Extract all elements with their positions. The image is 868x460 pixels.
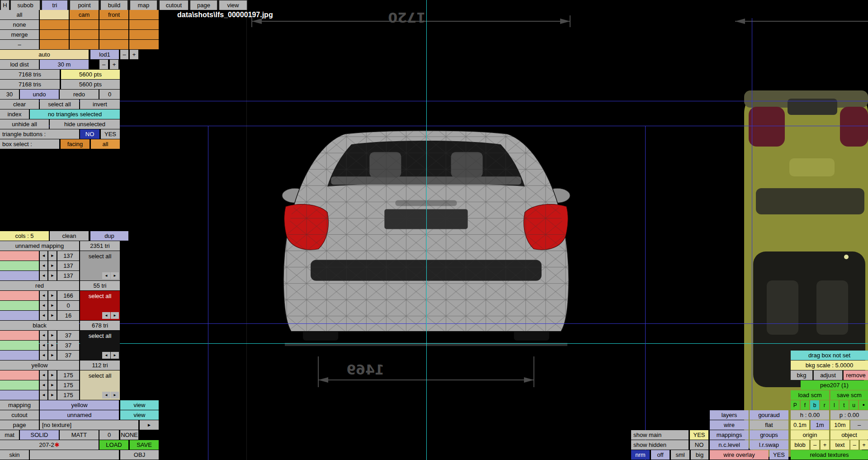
text-button[interactable]: text (830, 440, 849, 450)
step-next-button[interactable]: ► (48, 311, 57, 320)
step-prev-button[interactable]: ◄ (40, 390, 47, 400)
cam-button[interactable]: cam (70, 10, 99, 19)
lod-button[interactable]: lod1 (90, 50, 119, 59)
blob-minus-button[interactable]: – (811, 440, 819, 450)
step-next-button[interactable]: ► (48, 291, 57, 300)
dash-button[interactable]: – (0, 40, 39, 49)
view-axis-button-p[interactable]: P (791, 400, 800, 410)
viewport[interactable]: 1720 1469 H subob tri (0, 0, 868, 460)
step-next-button[interactable]: ► (48, 261, 57, 270)
lod-plus-button[interactable]: + (130, 50, 138, 59)
view-axis-button-b[interactable]: b (810, 400, 819, 410)
view-axis-button-f[interactable]: f (801, 400, 810, 410)
step-prev-button[interactable]: ◄ (40, 261, 47, 270)
step-prev-button[interactable]: ◄ (40, 291, 47, 300)
step-prev-button[interactable]: ◄ (40, 301, 47, 310)
grid-cell[interactable] (99, 40, 128, 49)
block-next-button[interactable]: ► (111, 312, 119, 319)
blob-button[interactable]: blob (791, 440, 809, 450)
mapping-group-name[interactable]: black (0, 321, 79, 330)
color-swatch[interactable] (0, 380, 39, 390)
all-button[interactable]: all (0, 10, 39, 19)
grid-cell[interactable] (129, 20, 159, 29)
merge-button[interactable]: merge (0, 30, 39, 39)
grid-cell[interactable] (40, 20, 69, 29)
block-prev-button[interactable]: ◄ (102, 312, 110, 319)
block-next-button[interactable]: ► (111, 352, 119, 359)
mappings-button[interactable]: mappings (710, 430, 749, 440)
page-texture-value[interactable]: [no texture] (40, 420, 138, 430)
menu-item-map[interactable]: map (130, 0, 157, 10)
unhide-all-button[interactable]: unhide all (0, 119, 49, 129)
blob-plus-button[interactable]: + (821, 440, 829, 450)
skin-button[interactable]: skin (0, 450, 29, 460)
show-main-toggle[interactable]: YES (690, 430, 708, 440)
triangle-buttons-no[interactable]: NO (80, 129, 99, 139)
nrm-sml-button[interactable]: sml (671, 450, 689, 460)
grid-cell[interactable] (70, 30, 99, 39)
menu-item-build[interactable]: build (101, 0, 127, 10)
step-prev-button[interactable]: ◄ (40, 351, 47, 360)
lod-dist-minus-button[interactable]: – (99, 60, 108, 69)
origin-button[interactable]: origin (791, 430, 829, 440)
load-button[interactable]: LOAD (99, 440, 128, 450)
grid-cell[interactable] (99, 20, 128, 29)
grid-cell[interactable] (70, 20, 99, 29)
wire-overlay-toggle[interactable]: YES (769, 450, 788, 460)
save-scm-button[interactable]: save scm (830, 390, 868, 400)
lod-minus-button[interactable]: – (120, 50, 128, 59)
color-swatch[interactable] (0, 271, 39, 280)
step-prev-button[interactable]: ◄ (40, 331, 47, 340)
mapping-group-name[interactable]: unnamed mapping (0, 241, 79, 251)
step-next-button[interactable]: ► (48, 370, 57, 380)
color-swatch[interactable] (0, 341, 39, 350)
block-prev-button[interactable]: ◄ (102, 272, 110, 279)
step-prev-button[interactable]: ◄ (40, 341, 47, 350)
grid-cell[interactable] (129, 40, 159, 49)
menu-item-page[interactable]: page (190, 0, 217, 10)
none-button[interactable]: none (0, 20, 39, 29)
menu-item-subob[interactable]: subob (11, 0, 40, 10)
mapping-group-name[interactable]: yellow (0, 360, 79, 370)
redo-button[interactable]: redo (60, 90, 99, 99)
cutout-current-value[interactable]: unnamed (40, 410, 119, 420)
step-next-button[interactable]: ► (48, 390, 57, 400)
reload-textures-button[interactable]: reload textures (791, 450, 868, 460)
invert-button[interactable]: invert (80, 100, 120, 109)
group-select-all-block[interactable]: select all ◄ ► (80, 291, 120, 320)
step-next-button[interactable]: ► (48, 251, 57, 261)
front-button[interactable]: front (99, 10, 128, 19)
view-axis-dot-icon[interactable]: ● (859, 400, 868, 410)
auto-button[interactable]: auto (0, 50, 89, 59)
cols-button[interactable]: cols : 5 (0, 231, 49, 241)
color-swatch[interactable] (0, 331, 39, 340)
bkg-button[interactable]: bkg (791, 370, 812, 380)
text-minus-button[interactable]: – (850, 440, 859, 450)
menu-item-cutout[interactable]: cutout (160, 0, 188, 10)
step-next-button[interactable]: ► (48, 331, 57, 340)
nrm-off-button[interactable]: off (651, 450, 670, 460)
step-next-button[interactable]: ► (48, 341, 57, 350)
mat-solid-button[interactable]: SOLID (20, 430, 59, 440)
block-next-button[interactable]: ► (111, 392, 119, 398)
mat-zero-button[interactable]: 0 (99, 430, 119, 440)
groups-button[interactable]: groups (750, 430, 788, 440)
show-hidden-toggle[interactable]: NO (690, 440, 708, 450)
grid-minus-button[interactable]: – (850, 420, 868, 430)
clean-button[interactable]: clean (50, 231, 89, 241)
grid-cell[interactable] (40, 40, 69, 49)
obj-button[interactable]: OBJ (120, 450, 159, 460)
model-name-field[interactable]: 207-2✱ (0, 440, 99, 450)
step-prev-button[interactable]: ◄ (40, 380, 47, 390)
mapping-view-button[interactable]: view (120, 400, 159, 410)
menu-item-point[interactable]: point (70, 0, 99, 10)
step-next-button[interactable]: ► (48, 380, 57, 390)
box-select-all-button[interactable]: all (91, 139, 120, 149)
grid-cell[interactable] (40, 30, 69, 39)
flat-button[interactable]: flat (750, 420, 788, 430)
index-button[interactable]: index (0, 109, 29, 119)
block-next-button[interactable]: ► (111, 272, 119, 279)
step-prev-button[interactable]: ◄ (40, 251, 47, 261)
box-select-facing-button[interactable]: facing (61, 139, 90, 149)
hide-unselected-button[interactable]: hide unselected (50, 119, 120, 129)
